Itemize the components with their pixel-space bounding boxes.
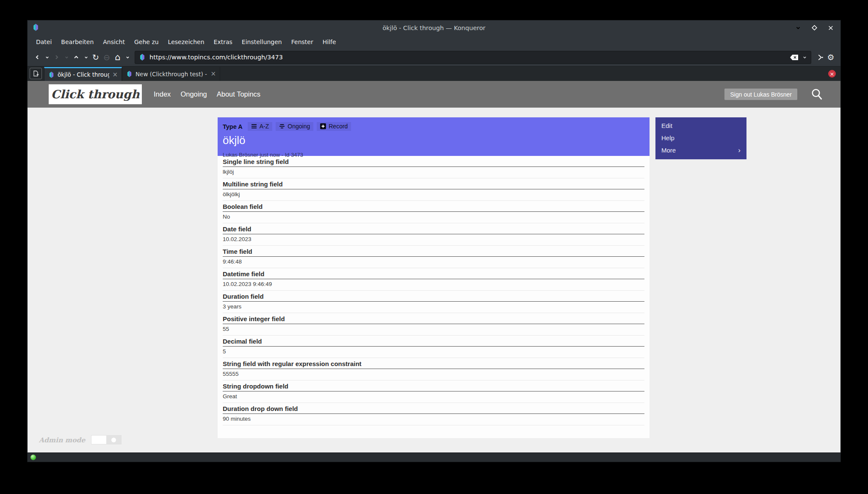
menubar: Datei Bearbeiten Ansicht Gehe zu Lesezei… — [28, 35, 840, 48]
toggle-track-on — [106, 436, 121, 444]
tab-new-clickthrough-test[interactable]: New (Clickthrough test) - C... × — [122, 67, 220, 81]
close-icon: × — [830, 71, 835, 77]
tab-close-icon[interactable]: × — [210, 71, 216, 77]
field-value: 5 — [223, 347, 644, 358]
tab-clickthrough[interactable]: ökjlö - Click through × — [44, 67, 122, 81]
nav-about-topincs[interactable]: About Topincs — [217, 90, 260, 98]
menu-item-edit[interactable]: Edit — [655, 119, 746, 132]
go-button[interactable] — [814, 52, 825, 63]
menu-fenster[interactable]: Fenster — [287, 37, 318, 47]
close-button[interactable] — [828, 25, 834, 31]
menu-gehe-zu[interactable]: Gehe zu — [130, 37, 163, 47]
badge-az[interactable]: A-Z — [248, 122, 273, 131]
field-row: Positive integer field 55 — [218, 313, 650, 336]
field-label: Duration drop down field — [223, 405, 644, 414]
nav-ongoing[interactable]: Ongoing — [180, 90, 207, 98]
new-tab-button[interactable] — [30, 68, 42, 79]
up-dropdown-icon[interactable] — [82, 52, 90, 63]
field-label: String field with regular expression con… — [223, 361, 644, 369]
menu-einstellungen[interactable]: Einstellungen — [237, 37, 287, 47]
up-button[interactable] — [71, 52, 82, 63]
submenu-chevron-icon: › — [738, 146, 741, 155]
field-value: 3 years — [223, 302, 644, 313]
maximize-button[interactable] — [811, 25, 818, 31]
field-label: Date field — [223, 226, 644, 234]
field-row: String dropdown field Great — [218, 380, 650, 403]
field-label: Single line string field — [223, 158, 644, 167]
site-logo[interactable]: Click through — [49, 84, 142, 104]
favicon-konqueror-icon — [139, 54, 146, 61]
minimize-button[interactable] — [795, 25, 801, 31]
field-row: Decimal field 5 — [218, 336, 650, 358]
field-label: Decimal field — [223, 338, 644, 347]
menu-item-label: Edit — [661, 122, 672, 129]
field-value: 55555 — [223, 369, 644, 380]
tab-favicon-icon — [48, 72, 55, 78]
field-row: Date field 10.02.2023 — [218, 223, 650, 246]
settings-gear-icon[interactable]: ⚙ — [825, 52, 836, 63]
url-input[interactable]: https://www.topincs.com/clickthrough/347… — [149, 54, 786, 61]
menu-item-label: Help — [661, 134, 674, 142]
field-label: Datetime field — [223, 271, 644, 279]
back-button[interactable] — [32, 52, 43, 63]
toggle-track-off — [91, 436, 106, 444]
field-value: 55 — [223, 324, 644, 336]
menu-item-help[interactable]: Help — [655, 132, 746, 144]
konqueror-window: ökjlö - Click through — Konqueror Datei … — [28, 20, 840, 462]
field-row: String field with regular expression con… — [218, 358, 650, 380]
toggle-knob[interactable] — [111, 438, 116, 442]
field-row: Duration drop down field 90 minutes — [218, 403, 650, 425]
konqueror-logo-icon — [32, 24, 39, 31]
menu-datei[interactable]: Datei — [31, 37, 56, 47]
url-history-dropdown-icon[interactable] — [802, 55, 807, 60]
page-content: Click through Index Ongoing About Topinc… — [28, 81, 840, 452]
field-value: 10.02.2023 9:46:49 — [223, 279, 644, 291]
stop-icon: ⊖ — [101, 52, 112, 63]
badge-record[interactable]: Record — [317, 122, 351, 131]
status-bar — [28, 452, 840, 462]
sign-out-button[interactable]: Sign out Lukas Brösner — [724, 89, 797, 100]
forward-dropdown-icon — [62, 52, 71, 63]
tab-label: ökjlö - Click through — [58, 71, 109, 78]
menu-lesezeichen[interactable]: Lesezeichen — [163, 37, 209, 47]
clear-url-icon[interactable] — [790, 54, 799, 61]
record-card: Type A A-Z Ongoing Record ökjlö Lu — [218, 117, 650, 438]
badge-label: A-Z — [260, 123, 269, 130]
badge-label: Record — [329, 123, 348, 130]
menu-ansicht[interactable]: Ansicht — [98, 37, 130, 47]
site-nav: Index Ongoing About Topincs — [154, 90, 260, 98]
url-bar[interactable]: https://www.topincs.com/clickthrough/347… — [135, 51, 811, 64]
field-label: Positive integer field — [223, 316, 644, 324]
menu-item-label: More — [661, 147, 676, 154]
nav-index[interactable]: Index — [154, 90, 171, 98]
status-led-icon — [30, 455, 36, 460]
reload-icon[interactable]: ↻ — [90, 52, 101, 63]
badge-label: Ongoing — [287, 123, 310, 130]
admin-mode-toggle[interactable] — [91, 435, 122, 444]
record-title: ökjlö — [223, 134, 644, 147]
search-icon[interactable] — [810, 88, 823, 101]
field-value: lkjlöj — [223, 167, 644, 178]
toolbar: ↻ ⊖ ⌂ https://www.topincs.com/clickthrou… — [28, 48, 840, 66]
field-value: 10.02.2023 — [223, 234, 644, 246]
tab-bar: ökjlö - Click through × New (Clickthroug… — [28, 66, 840, 81]
ongoing-icon — [279, 124, 285, 129]
tab-close-icon[interactable]: × — [112, 72, 118, 78]
tab-label: New (Clickthrough test) - C... — [135, 71, 207, 78]
menu-bearbeiten[interactable]: Bearbeiten — [56, 37, 98, 47]
field-value: No — [223, 212, 644, 223]
menu-extras[interactable]: Extras — [209, 37, 237, 47]
home-icon[interactable]: ⌂ — [112, 52, 123, 63]
home-dropdown-icon[interactable] — [123, 52, 132, 63]
close-current-tab-button[interactable]: × — [828, 70, 836, 78]
back-dropdown-icon[interactable] — [43, 52, 51, 63]
admin-mode-control: Admin mode — [39, 435, 122, 444]
field-label: Time field — [223, 248, 644, 257]
titlebar[interactable]: ökjlö - Click through — Konqueror — [28, 20, 840, 35]
badge-ongoing[interactable]: Ongoing — [276, 122, 313, 131]
field-value: ölkjölkj — [223, 189, 644, 201]
menu-item-more[interactable]: More › — [655, 144, 746, 156]
field-value: 90 minutes — [223, 414, 644, 425]
menu-hilfe[interactable]: Hilfe — [318, 37, 341, 47]
field-row: Single line string field lkjlöj — [218, 156, 650, 178]
